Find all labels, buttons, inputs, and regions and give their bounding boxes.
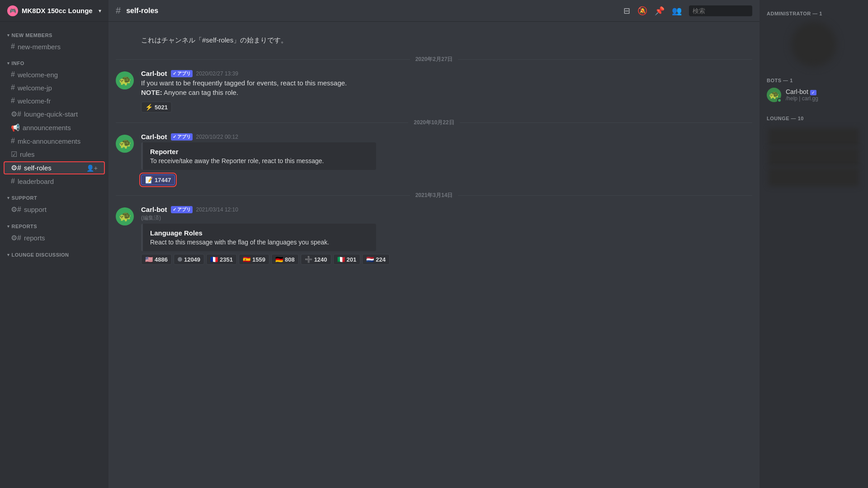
bot-badge-3: ✓アプリ bbox=[171, 206, 193, 213]
channel-header: # self-roles ⊟ 🔕 📌 👥 bbox=[108, 0, 760, 22]
category-info[interactable]: ▾ INFO bbox=[0, 53, 108, 68]
channel-item-new-members[interactable]: # new-members bbox=[4, 40, 105, 53]
reaction-fr[interactable]: 🇫🇷2351 bbox=[206, 254, 237, 265]
members-icon[interactable]: 👥 bbox=[672, 6, 682, 16]
channel-item-lounge-quick-start[interactable]: ⚙# lounge-quick-start bbox=[4, 108, 105, 121]
channel-item-welcome-jp[interactable]: # welcome-jp bbox=[4, 81, 105, 94]
reaction-lightning[interactable]: ⚡ 5021 bbox=[141, 102, 172, 113]
message-body-2: Carl-bot ✓アプリ 2020/10/22 00:12 Reporter … bbox=[141, 133, 752, 185]
flag-reactions-row: 🇺🇸4886 12049 🇫🇷2351 🇪🇸1559 🇩🇪808 ➕1240 🇮… bbox=[141, 254, 752, 265]
message-1: 🐢 Carl-bot ✓アプリ 2020/02/27 13:39 If you … bbox=[108, 68, 760, 114]
channel-item-reports[interactable]: ⚙# reports bbox=[4, 231, 105, 244]
member-item-carlbot[interactable]: 🐢 Carl-bot ✓ /help | carl.gg bbox=[763, 85, 864, 105]
reaction-dot[interactable]: 12049 bbox=[174, 254, 204, 265]
channel-item-self-roles[interactable]: ⚙# self-roles 👤+ bbox=[4, 161, 105, 174]
category-arrow-icon: ▾ bbox=[7, 196, 10, 200]
avatar-carlbot-1: 🐢 bbox=[116, 71, 134, 89]
hash-icon: # bbox=[11, 97, 15, 105]
message-time-2: 2020/10/22 00:12 bbox=[196, 134, 238, 140]
online-dot bbox=[777, 98, 782, 103]
reactions-row-2: 📝 17447 bbox=[141, 173, 752, 185]
message-2: 🐢 Carl-bot ✓アプリ 2020/10/22 00:12 Reporte… bbox=[108, 131, 760, 187]
category-arrow-icon: ▾ bbox=[7, 33, 10, 38]
bots-category: BOTS — 1 bbox=[763, 74, 864, 85]
server-header[interactable]: 🎮 MK8DX 150cc Lounge ▾ bbox=[0, 0, 108, 22]
channel-item-announcements[interactable]: 📢 announcements bbox=[4, 121, 105, 134]
channel-item-rules[interactable]: ☑ rules bbox=[4, 148, 105, 161]
embed-language: Language Roles React to this message wit… bbox=[141, 224, 376, 251]
embed-desc-reporter: To receive/take away the Reporter role, … bbox=[150, 157, 369, 164]
channel-start-text: これはチャンネル「#self-roles」の始まりです。 bbox=[108, 29, 760, 48]
admin-member-blurred bbox=[763, 22, 864, 67]
edited-note-3: (編集済) bbox=[141, 214, 752, 222]
message-header-3: Carl-bot ✓アプリ 2021/03/14 12:10 bbox=[141, 206, 752, 213]
date-divider-3: 2021年3月14日 bbox=[108, 188, 760, 203]
hash-icon: # bbox=[11, 42, 15, 51]
hash-icon: # bbox=[11, 84, 15, 92]
reaction-de[interactable]: 🇩🇪808 bbox=[271, 254, 299, 265]
category-new-members[interactable]: ▾ NEW MEMBERS bbox=[0, 25, 108, 40]
embed-desc-language: React to this message with the flag of t… bbox=[150, 239, 369, 246]
channel-item-mkc-announcements[interactable]: # mkc-announcements bbox=[4, 135, 105, 147]
reaction-pencil[interactable]: 📝 17447 bbox=[141, 174, 175, 185]
gear-hash-icon: ⚙# bbox=[11, 110, 21, 118]
message-author-2: Carl-bot bbox=[141, 133, 167, 141]
carlbot-avatar: 🐢 bbox=[767, 88, 781, 102]
right-sidebar: ADMINISTRATOR — 1 BOTS — 1 🐢 Carl-bot ✓ … bbox=[760, 0, 868, 488]
reactions-row-1: ⚡ 5021 bbox=[141, 100, 752, 113]
main-content: # self-roles ⊟ 🔕 📌 👥 これはチャンネル「#self-role… bbox=[108, 0, 760, 488]
channel-item-welcome-eng[interactable]: # welcome-eng bbox=[4, 68, 105, 81]
category-arrow-icon: ▾ bbox=[7, 224, 10, 229]
bot-badge-1: ✓アプリ bbox=[171, 70, 193, 77]
embed-title-reporter: Reporter bbox=[150, 148, 369, 155]
reaction-es[interactable]: 🇪🇸1559 bbox=[239, 254, 269, 265]
channel-item-leaderboard[interactable]: # leaderboard bbox=[4, 175, 105, 188]
message-body-3: Carl-bot ✓アプリ 2021/03/14 12:10 (編集済) Lan… bbox=[141, 206, 752, 265]
admin-category: ADMINISTRATOR — 1 bbox=[763, 7, 864, 18]
header-actions: ⊟ 🔕 📌 👥 bbox=[623, 5, 752, 16]
lounge-category: LOUNGE — 10 bbox=[763, 112, 864, 123]
chevron-down-icon: ▾ bbox=[99, 8, 101, 14]
server-icon: 🎮 bbox=[7, 5, 18, 16]
carlbot-name: Carl-bot ✓ bbox=[786, 88, 818, 95]
messages-area: これはチャンネル「#self-roles」の始まりです。 2020年2月27日 … bbox=[108, 22, 760, 488]
pin-icon[interactable]: 📌 bbox=[655, 6, 665, 16]
bot-badge-2: ✓アプリ bbox=[171, 133, 193, 141]
message-author-1: Carl-bot bbox=[141, 70, 167, 77]
lounge-members-blurred bbox=[763, 127, 864, 188]
search-input[interactable] bbox=[689, 5, 752, 16]
hash-icon: # bbox=[11, 137, 15, 145]
carlbot-status: /help | carl.gg bbox=[786, 95, 818, 102]
reaction-it[interactable]: 🇮🇹201 bbox=[333, 254, 361, 265]
reaction-us[interactable]: 🇺🇸4886 bbox=[141, 254, 172, 265]
date-divider-2: 2020年10月22日 bbox=[108, 115, 760, 130]
mute-icon[interactable]: 🔕 bbox=[637, 6, 647, 16]
blurred-member-3 bbox=[769, 168, 859, 186]
channel-list: ▾ NEW MEMBERS # new-members ▾ INFO # wel… bbox=[0, 22, 108, 488]
message-author-3: Carl-bot bbox=[141, 206, 167, 213]
avatar-carlbot-2: 🐢 bbox=[116, 135, 134, 153]
threads-icon[interactable]: ⊟ bbox=[623, 6, 630, 16]
category-support[interactable]: ▾ SUPPORT bbox=[0, 188, 108, 202]
check-icon: ☑ bbox=[11, 150, 17, 159]
blurred-member-1 bbox=[769, 128, 859, 146]
message-time-1: 2020/02/27 13:39 bbox=[196, 70, 238, 77]
message-header-2: Carl-bot ✓アプリ 2020/10/22 00:12 bbox=[141, 133, 752, 141]
announcement-icon: 📢 bbox=[11, 123, 20, 132]
admin-avatar-blurred bbox=[791, 22, 836, 67]
gear-hash-icon: ⚙# bbox=[11, 234, 21, 242]
message-time-3: 2021/03/14 12:10 bbox=[196, 206, 238, 213]
reaction-plus[interactable]: ➕1240 bbox=[301, 254, 331, 265]
channel-item-welcome-fr[interactable]: # welcome-fr bbox=[4, 94, 105, 107]
category-reports[interactable]: ▾ REPORTS bbox=[0, 216, 108, 231]
gear-hash-icon: ⚙# bbox=[11, 205, 21, 214]
category-lounge-discussion[interactable]: ▾ LOUNGE DISCUSSION bbox=[0, 245, 108, 259]
hash-icon: # bbox=[11, 70, 15, 79]
channel-item-support[interactable]: ⚙# support bbox=[4, 203, 105, 216]
category-arrow-icon: ▾ bbox=[7, 253, 10, 257]
reaction-nl[interactable]: 🇳🇱224 bbox=[362, 254, 390, 265]
message-body-1: Carl-bot ✓アプリ 2020/02/27 13:39 If you wa… bbox=[141, 70, 752, 113]
gear-hash-icon: ⚙# bbox=[11, 164, 21, 172]
add-member-icon: 👤+ bbox=[86, 164, 98, 172]
message-header-1: Carl-bot ✓アプリ 2020/02/27 13:39 bbox=[141, 70, 752, 77]
